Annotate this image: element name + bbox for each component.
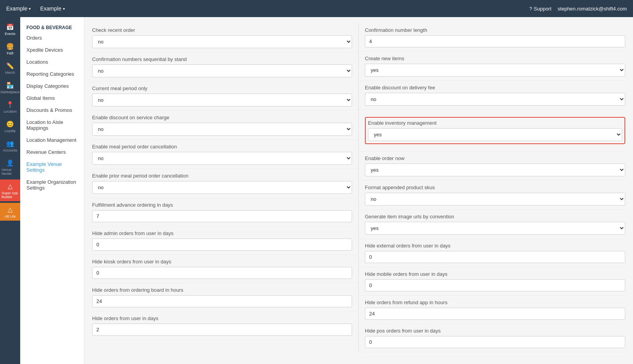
nav-item-xpedite-devices[interactable]: Xpedite Devices	[20, 44, 84, 56]
nav-item-reporting-categories[interactable]: Reporting Categories	[20, 68, 84, 80]
enable-order-now-select[interactable]: yes no	[365, 164, 625, 176]
ab-lite-icon: △	[6, 205, 14, 214]
hide-admin-orders-label: Hide admin orders from user in days	[92, 230, 352, 236]
nav-item-location-aisle-mappings[interactable]: Location to Aisle Mappings	[20, 116, 84, 134]
nav-item-locations[interactable]: Locations	[20, 56, 84, 68]
current-meal-period-group: Current meal period only no yes	[92, 82, 358, 111]
location-icon: 📍	[6, 100, 14, 109]
enable-prior-meal-period-cancellation-select[interactable]: no yes	[92, 181, 352, 194]
sidebar-item-loyalty[interactable]: 😊 Loyalty	[0, 117, 20, 135]
nav-item-global-items[interactable]: Global Items	[20, 92, 84, 104]
left-nav: FOOD & BEVERAGE Orders Xpedite Devices L…	[20, 17, 84, 364]
sidebar-item-super-app-builder[interactable]: △ Super App Builder	[0, 179, 20, 201]
hide-external-orders-group: Hide external orders from user in days	[359, 239, 625, 267]
nav-right: ? Support stephen.romatzick@shift4.com	[529, 6, 627, 12]
hide-admin-orders-group: Hide admin orders from user in days	[92, 226, 358, 255]
super-app-builder-icon: △	[6, 182, 14, 190]
brand2-label: Example	[40, 5, 61, 12]
confirmation-number-length-input[interactable]	[365, 35, 625, 47]
current-meal-period-select[interactable]: no yes	[92, 94, 352, 106]
create-new-items-group: Create new items yes no	[359, 52, 625, 81]
section-title: FOOD & BEVERAGE	[20, 22, 84, 32]
nav-item-discounts-promos[interactable]: Discounts & Promos	[20, 104, 84, 116]
enable-meal-period-cancellation-group: Enable meal period order cancellation no…	[92, 140, 358, 169]
hide-mobile-orders-label: Hide mobile orders from user in days	[365, 271, 625, 277]
top-nav: Example ▾ Example ▾ ? Support stephen.ro…	[0, 0, 633, 17]
hide-orders-refund-app-input[interactable]	[365, 308, 625, 320]
format-appended-product-skus-select[interactable]: no yes	[365, 193, 625, 206]
nav-item-location-management[interactable]: Location Management	[20, 134, 84, 146]
nav-item-example-org-settings[interactable]: Example Organization Settings	[20, 176, 84, 194]
hide-external-orders-input[interactable]	[365, 251, 625, 263]
hide-orders-user-group: Hide orders from user in days	[92, 312, 358, 340]
hide-kiosk-orders-input[interactable]	[92, 267, 352, 279]
enable-discount-service-charge-group: Enable discount on service charge no yes	[92, 111, 358, 140]
sidebar-item-merch[interactable]: ✏️ Merch	[0, 59, 20, 77]
check-recent-order-group: Check recent order no yes	[92, 23, 358, 52]
confirmation-number-length-label: Confirmation number length	[365, 27, 625, 33]
nav-item-revenue-centers[interactable]: Revenue Centers	[20, 146, 84, 158]
confirmation-numbers-sequential-select[interactable]: no yes	[92, 64, 352, 77]
enable-discount-delivery-fee-select[interactable]: no yes	[365, 93, 625, 106]
fulfillment-advance-ordering-input[interactable]	[92, 210, 352, 222]
events-icon: 📅	[6, 23, 14, 31]
sidebar-item-fnb[interactable]: 🍔 F&B	[0, 40, 20, 57]
hide-orders-user-label: Hide orders from user in days	[92, 315, 352, 321]
hide-orders-ordering-board-group: Hide orders from ordering board in hours	[92, 283, 358, 312]
sidebar-item-venue-nexter[interactable]: 👤 Venue Nexter	[0, 156, 20, 178]
generate-item-image-urls-label: Generate item image urls by convention	[365, 214, 625, 219]
sidebar-item-ab-lite[interactable]: △ AB Lite	[0, 203, 20, 221]
brand2-arrow-icon: ▾	[63, 7, 65, 11]
icon-sidebar: 📅 Events 🍔 F&B ✏️ Merch 🏪 Marketplace 📍 …	[0, 17, 20, 364]
app-body: 📅 Events 🍔 F&B ✏️ Merch 🏪 Marketplace 📍 …	[0, 17, 633, 364]
create-new-items-label: Create new items	[365, 56, 625, 61]
sidebar-item-accounts[interactable]: 👥 Accounts	[0, 137, 20, 155]
brand2[interactable]: Example ▾	[40, 5, 65, 12]
enable-discount-service-charge-label: Enable discount on service charge	[92, 115, 352, 120]
enable-order-now-group: Enable order now yes no	[359, 152, 625, 181]
hide-orders-refund-app-label: Hide orders from refund app in hours	[365, 300, 625, 305]
generate-item-image-urls-select[interactable]: yes no	[365, 222, 625, 235]
check-recent-order-select[interactable]: no yes	[92, 35, 352, 48]
nav-item-example-venue-settings[interactable]: Example Venue Settings	[20, 158, 84, 176]
enable-discount-service-charge-select[interactable]: no yes	[92, 123, 352, 136]
loyalty-icon: 😊	[6, 120, 14, 128]
sidebar-item-location[interactable]: 📍 Location	[0, 98, 20, 116]
hide-kiosk-orders-group: Hide kiosk orders from user in days	[92, 255, 358, 283]
enable-meal-period-cancellation-select[interactable]: no yes	[92, 152, 352, 165]
user-email: stephen.romatzick@shift4.com	[558, 6, 627, 12]
hide-admin-orders-input[interactable]	[92, 239, 352, 251]
hide-orders-user-input[interactable]	[92, 324, 352, 336]
hide-pos-orders-label: Hide pos orders from user in days	[365, 328, 625, 334]
brand1-label: Example	[6, 5, 27, 12]
hide-external-orders-label: Hide external orders from user in days	[365, 243, 625, 249]
enable-inventory-management-group: Enable inventory management yes no	[359, 110, 625, 152]
form-grid: Check recent order no yes Confirmation n…	[92, 23, 625, 352]
hide-mobile-orders-input[interactable]	[365, 279, 625, 291]
nav-item-orders[interactable]: Orders	[20, 32, 84, 44]
enable-meal-period-cancellation-label: Enable meal period order cancellation	[92, 144, 352, 150]
hide-pos-orders-input[interactable]	[365, 336, 625, 348]
hide-orders-refund-app-group: Hide orders from refund app in hours	[359, 296, 625, 324]
confirmation-number-length-group: Confirmation number length	[359, 23, 625, 52]
create-new-items-select[interactable]: yes no	[365, 64, 625, 77]
marketplace-icon: 🏪	[6, 81, 14, 89]
sidebar-item-marketplace[interactable]: 🏪 Marketplace	[0, 78, 20, 96]
hide-orders-ordering-board-input[interactable]	[92, 295, 352, 307]
brand1[interactable]: Example ▾	[6, 5, 31, 12]
venue-nexter-icon: 👤	[6, 158, 14, 167]
hide-pos-orders-group: Hide pos orders from user in days	[359, 324, 625, 352]
sidebar-item-events[interactable]: 📅 Events	[0, 20, 20, 38]
left-column: Check recent order no yes Confirmation n…	[92, 23, 359, 352]
enable-order-now-label: Enable order now	[365, 155, 625, 161]
nav-item-display-categories[interactable]: Display Categories	[20, 80, 84, 92]
fnb-icon: 🍔	[6, 42, 14, 51]
generate-item-image-urls-group: Generate item image urls by convention y…	[359, 210, 625, 239]
support-label: Support	[534, 6, 552, 12]
question-icon: ?	[529, 6, 532, 12]
format-appended-product-skus-label: Format appended product skus	[365, 185, 625, 190]
enable-prior-meal-period-cancellation-label: Enable prior meal period order cancellat…	[92, 173, 352, 179]
support-link[interactable]: ? Support	[529, 6, 551, 12]
format-appended-product-skus-group: Format appended product skus no yes	[359, 181, 625, 210]
enable-inventory-management-select[interactable]: yes no	[368, 128, 622, 141]
